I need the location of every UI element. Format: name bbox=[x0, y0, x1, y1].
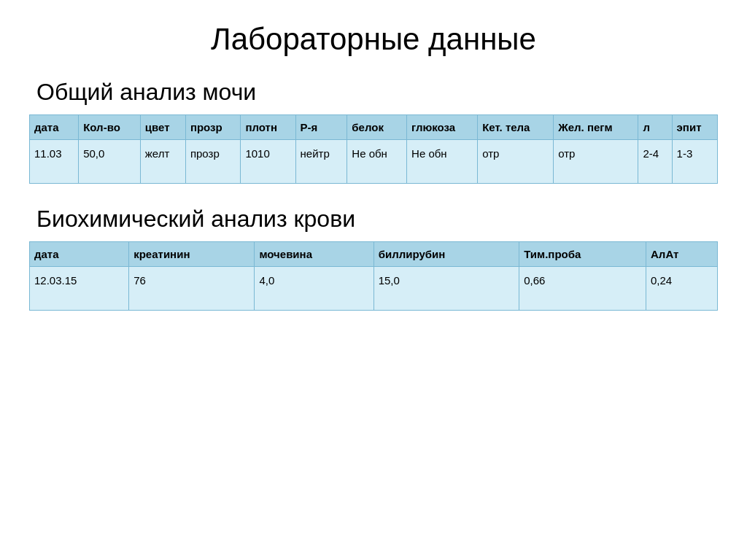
blood-col-billirubin: биллирубин bbox=[374, 242, 519, 267]
blood-data-row: 12.03.15 76 4,0 15,0 0,66 0,24 bbox=[30, 267, 718, 311]
urine-header-row: дата Кол-во цвет прозр плотн Р-я белок г… bbox=[30, 115, 718, 140]
urine-col-r-ya: Р-я bbox=[295, 115, 347, 140]
blood-cell-kreatinin: 76 bbox=[129, 267, 255, 311]
urine-cell-zhel-pegm: отр bbox=[554, 140, 638, 184]
blood-col-data: дата bbox=[30, 242, 129, 267]
urine-cell-l: 2-4 bbox=[638, 140, 672, 184]
blood-cell-mochevina: 4,0 bbox=[255, 267, 374, 311]
blood-cell-billirubin: 15,0 bbox=[374, 267, 519, 311]
urine-col-kol-vo: Кол-во bbox=[79, 115, 141, 140]
urine-cell-plotn: 1010 bbox=[241, 140, 295, 184]
blood-cell-tim-proba: 0,66 bbox=[519, 267, 646, 311]
urine-cell-prozr: прозр bbox=[185, 140, 240, 184]
blood-section-title: Биохимический анализ крови bbox=[36, 206, 718, 233]
blood-cell-data: 12.03.15 bbox=[30, 267, 129, 311]
blood-section: Биохимический анализ крови дата креатини… bbox=[29, 206, 718, 311]
urine-section: Общий анализ мочи дата Кол-во цвет прозр… bbox=[29, 79, 718, 184]
urine-col-l: л bbox=[638, 115, 672, 140]
urine-cell-belok: Не обн bbox=[347, 140, 407, 184]
page-title: Лабораторные данные bbox=[29, 22, 718, 57]
urine-cell-cvet: желт bbox=[140, 140, 185, 184]
urine-cell-kol-vo: 50,0 bbox=[79, 140, 141, 184]
urine-col-zhel-pegm: Жел. пегм bbox=[554, 115, 638, 140]
urine-col-data: дата bbox=[30, 115, 79, 140]
blood-table: дата креатинин мочевина биллирубин Тим.п… bbox=[29, 241, 718, 311]
urine-col-ket-tela: Кет. тела bbox=[478, 115, 554, 140]
urine-cell-glyukoza: Не обн bbox=[407, 140, 478, 184]
urine-col-glyukoza: глюкоза bbox=[407, 115, 478, 140]
urine-cell-data: 11.03 bbox=[30, 140, 79, 184]
urine-table: дата Кол-во цвет прозр плотн Р-я белок г… bbox=[29, 114, 718, 184]
blood-col-mochevina: мочевина bbox=[255, 242, 374, 267]
blood-cell-alat: 0,24 bbox=[646, 267, 718, 311]
blood-col-alat: АлАт bbox=[646, 242, 718, 267]
urine-col-prozr: прозр bbox=[185, 115, 240, 140]
blood-header-row: дата креатинин мочевина биллирубин Тим.п… bbox=[30, 242, 718, 267]
urine-cell-epit: 1-3 bbox=[672, 140, 717, 184]
urine-section-title: Общий анализ мочи bbox=[36, 79, 718, 106]
urine-data-row: 11.03 50,0 желт прозр 1010 нейтр Не обн … bbox=[30, 140, 718, 184]
urine-col-cvet: цвет bbox=[140, 115, 185, 140]
urine-col-plotn: плотн bbox=[241, 115, 295, 140]
urine-col-belok: белок bbox=[347, 115, 407, 140]
blood-col-kreatinin: креатинин bbox=[129, 242, 255, 267]
urine-cell-ket-tela: отр bbox=[478, 140, 554, 184]
urine-cell-r-ya: нейтр bbox=[295, 140, 347, 184]
blood-col-tim-proba: Тим.проба bbox=[519, 242, 646, 267]
urine-col-epit: эпит bbox=[672, 115, 717, 140]
